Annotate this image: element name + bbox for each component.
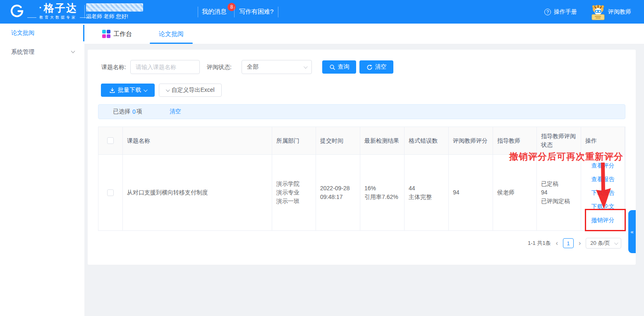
department-line: 演示一班 [276, 197, 311, 206]
avatar[interactable] [591, 4, 606, 20]
export-excel-button[interactable]: 自定义导出Excel [159, 84, 222, 97]
sidebar-item-label: 系统管理 [11, 48, 34, 56]
col-header-topic: 课题名称 [123, 127, 272, 155]
user-greeting: 温老师 老师 您好! [86, 13, 128, 20]
top-header: · 格子达 教育大数据专家 温老师 老师 您好! 我的消息 8 写作有困难? [0, 0, 644, 24]
similarity-rate: 16% [364, 184, 400, 193]
tab-label: 论文批阅 [159, 30, 184, 38]
cell-advisor: 侯老师 [493, 155, 537, 231]
header-separator [278, 7, 278, 17]
prev-page-button[interactable]: ‹ [555, 238, 559, 248]
writing-help-link[interactable]: 写作有困难? [239, 0, 273, 24]
brand-tagline: 教育大数据专家 [39, 15, 77, 20]
cell-format-errors: 44 主体完整 [405, 155, 449, 231]
reset-button[interactable]: 清空 [359, 60, 393, 74]
body-integrity: 主体完整 [409, 193, 444, 201]
cell-detection: 16% 引用率7.62% [360, 155, 405, 231]
col-header-department: 所属部门 [272, 127, 316, 155]
col-header-reviewer-score: 评阅教师评分 [449, 127, 493, 155]
clear-selection-link[interactable]: 清空 [170, 108, 181, 115]
chevron-down-icon [71, 49, 75, 53]
pagination: 1-1 共1条 ‹ 1 › 20 条/页 [528, 238, 621, 249]
topic-name-input[interactable] [130, 60, 200, 74]
tagline-dash-left [27, 17, 36, 18]
chevron-down-icon [614, 241, 618, 245]
search-button[interactable]: 查询 [322, 60, 356, 74]
advisor-status-line: 已定稿 [541, 180, 577, 188]
reset-button-label: 清空 [375, 63, 387, 71]
header-separator [198, 7, 198, 17]
censored-school-name [86, 3, 143, 12]
table-row: 从对口支援到横向转移支付制度 演示学院 演示专业 演示一班 2022-09-28… [98, 155, 625, 231]
results-table: 课题名称 所属部门 提交时间 最新检测结果 格式错误数 评阅教师评分 指导教师 … [98, 127, 625, 231]
tutorial-annotation-text: 撤销评分后可再次重新评分 [509, 151, 623, 163]
brand-logo[interactable]: · 格子达 教育大数据专家 [9, 2, 89, 20]
review-status-value: 全部 [247, 63, 259, 71]
active-tab-underline [150, 43, 193, 44]
review-status-select[interactable]: 全部 [242, 60, 312, 74]
page-size-select[interactable]: 20 条/页 [586, 238, 621, 249]
col-header-submit-time: 提交时间 [316, 127, 360, 155]
selected-prefix: 已选择 [113, 108, 130, 115]
cell-topic: 从对口支援到横向转移支付制度 [123, 155, 272, 231]
export-excel-label: 自定义导出Excel [171, 86, 214, 94]
page-size-value: 20 条/页 [590, 239, 610, 247]
next-page-button[interactable]: › [578, 238, 582, 248]
citation-rate: 引用率7.62% [364, 193, 400, 201]
red-arrow-icon [592, 163, 615, 211]
brand-name: 格子达 [44, 2, 77, 14]
sidebar-item-system-management[interactable]: 系统管理 [0, 43, 84, 62]
selection-bar: 已选择 0 项 清空 [98, 104, 625, 119]
submit-date: 2022-09-28 [320, 184, 356, 193]
workbench-grid-icon [102, 30, 110, 38]
select-all-checkbox[interactable] [107, 137, 114, 144]
writing-help-label: 写作有困难? [239, 8, 273, 16]
header-divider [84, 5, 85, 18]
download-icon [109, 87, 115, 93]
collapse-panel-tab[interactable]: « [628, 210, 636, 253]
messages-badge: 8 [227, 3, 236, 11]
col-header-format-errors: 格式错误数 [405, 127, 449, 155]
sidebar-item-paper-review[interactable]: 论文批阅 [0, 24, 84, 43]
selected-count: 0 [132, 108, 136, 115]
mascot-icon [591, 4, 606, 20]
logo-text: · 格子达 教育大数据专家 [27, 2, 89, 20]
manual-link[interactable]: ? 操作手册 [544, 0, 577, 24]
brand-dot: · [39, 2, 43, 14]
manual-label: 操作手册 [554, 8, 577, 16]
tab-paper-review[interactable]: 论文批阅 [159, 24, 184, 44]
department-line: 演示学院 [276, 180, 311, 188]
sidebar-item-label: 论文批阅 [11, 29, 34, 37]
pagination-total: 1-1 共1条 [528, 239, 551, 247]
header-separator [234, 7, 235, 17]
row-checkbox[interactable] [107, 189, 114, 196]
review-status-label: 评阅状态: [207, 64, 232, 71]
batch-download-button[interactable]: 批量下载 [101, 84, 155, 97]
current-page-button[interactable]: 1 [563, 238, 574, 248]
app-root: · 格子达 教育大数据专家 温老师 老师 您好! 我的消息 8 写作有困难? [0, 0, 644, 316]
messages-link[interactable]: 我的消息 8 [202, 0, 227, 24]
topic-name-label: 课题名称: [101, 64, 126, 71]
error-count: 44 [409, 184, 444, 193]
logo-g-icon [9, 3, 25, 19]
search-button-label: 查询 [338, 63, 350, 71]
batch-download-label: 批量下载 [118, 86, 141, 94]
cell-advisor-review-status: 已定稿 94 已评阅定稿 [537, 155, 581, 231]
department-line: 演示专业 [276, 188, 311, 197]
submit-time: 09:48:17 [320, 193, 356, 201]
cell-reviewer-score: 94 [449, 155, 493, 231]
role-label: 评阅教师 [608, 0, 631, 24]
tab-bar: 工作台 论文批阅 [84, 24, 644, 44]
search-icon [329, 64, 335, 70]
selected-suffix: 项 [136, 108, 142, 115]
advisor-status-line: 已评阅定稿 [541, 197, 577, 206]
highlight-red-box [585, 209, 626, 231]
advisor-status-line: 94 [541, 188, 577, 197]
messages-label: 我的消息 [202, 8, 227, 16]
refresh-icon [366, 64, 373, 70]
sidebar: 论文批阅 系统管理 [0, 24, 84, 316]
cell-submit-time: 2022-09-28 09:48:17 [316, 155, 360, 231]
chevron-down-icon [304, 65, 308, 69]
tab-workbench[interactable]: 工作台 [102, 24, 132, 44]
tab-label: 工作台 [113, 30, 132, 38]
